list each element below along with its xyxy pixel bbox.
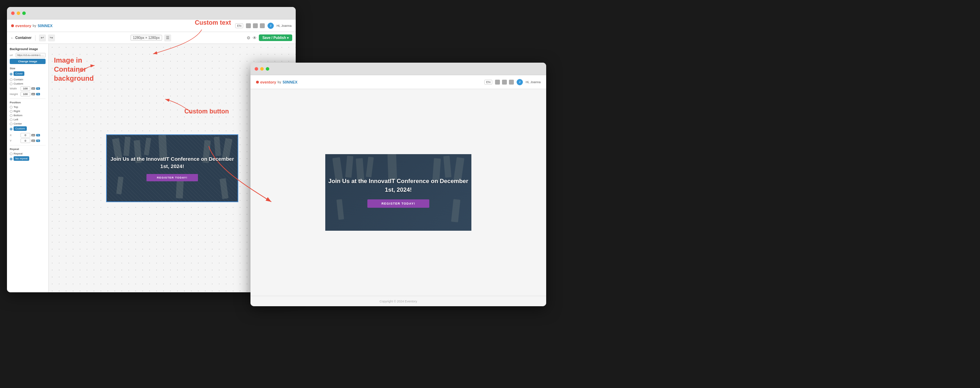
radio-custom-pos[interactable] [10,128,13,130]
width-input[interactable] [21,86,30,91]
custom-size-label: Custom [14,82,23,85]
radio-right[interactable] [10,110,13,113]
no-repeat-option[interactable]: No repeat [10,156,46,162]
user-name: Hi, Joanna [277,24,291,27]
center-label: Center [14,122,22,125]
image-in-container-annotation: Image in Container background [54,56,106,83]
close-dot[interactable] [11,11,14,15]
preview-icon[interactable]: 👁 [253,35,257,40]
conference-card[interactable]: Join Us at the InnovatIT Conference on D… [106,134,238,202]
height-percent-unit[interactable]: % [36,93,40,95]
x-percent-unit[interactable]: % [36,134,40,137]
logo-dot-icon [11,24,14,27]
radio-no-repeat[interactable] [10,157,13,161]
width-row: Width px % [10,86,46,91]
save-arrow-icon: ▾ [287,36,289,40]
height-input[interactable] [21,92,30,96]
size-section-title: Size [10,67,46,70]
bell-icon[interactable] [260,23,265,28]
preview-close-dot[interactable] [255,67,258,71]
app-logo: eventory by 50NNEX [11,24,52,28]
maximize-dot[interactable] [22,11,26,15]
preview-logo-by: by [278,80,282,84]
divider-1 [10,99,46,99]
register-button[interactable]: REGISTER TODAY! [146,174,198,181]
custom-text-annotation: Custom text [195,19,231,27]
radio-left[interactable] [10,118,13,121]
size-custom-option[interactable]: Custom [10,82,46,85]
position-center-option[interactable]: Center [10,122,46,125]
radio-center[interactable] [10,122,13,125]
x-px-unit[interactable]: px [31,134,35,137]
lang-selector[interactable]: EN [235,23,243,28]
minimize-dot[interactable] [17,11,20,15]
save-label: Save / Publish [262,36,286,40]
y-px-unit[interactable]: px [31,140,35,142]
y-percent-unit[interactable]: % [36,140,40,142]
repeat-section-title: Repeat [10,148,46,151]
back-button[interactable]: ← Container [10,36,32,40]
chat-icon[interactable] [246,23,251,28]
position-top-option[interactable]: Top [10,105,46,108]
toolbar-separator [35,35,35,41]
preview-logo-dot-icon [256,81,259,84]
change-image-button[interactable]: Change image [10,59,46,64]
conference-content: Join Us at the InnovatIT Conference on D… [107,155,238,170]
width-label: Width [10,87,19,90]
size-cover-option[interactable]: Cover [10,72,46,77]
height-row: Height px % [10,92,46,96]
preview-register-button[interactable]: REGISTER TODAY! [368,199,429,208]
radio-top[interactable] [10,106,13,108]
radio-contain[interactable] [10,78,13,81]
position-left-option[interactable]: Left [10,118,46,121]
back-arrow-icon: ← [10,36,14,40]
settings-icon[interactable]: ⚙ [247,35,250,40]
preview-minimize-dot[interactable] [260,67,264,71]
custom-button-annotation: Custom button [185,108,229,115]
background-image-title: Background image [10,47,46,51]
position-right-option[interactable]: Right [10,110,46,113]
canvas-size-selector[interactable]: 1280px × 1280px [130,35,162,41]
radio-custom-size[interactable] [10,83,13,85]
undo-button[interactable]: ↩ [39,35,46,41]
grid-icon[interactable] [253,23,258,28]
logo-by: by [33,24,37,27]
url-label: url [10,54,14,57]
x-input[interactable] [21,133,30,137]
preview-grid-icon [502,80,507,84]
radio-cover[interactable] [10,73,13,76]
logo-name: eventory [15,24,31,28]
repeat-option[interactable]: Repeat [10,152,46,155]
radio-repeat[interactable] [10,153,13,155]
radio-bottom[interactable] [10,114,13,117]
width-percent-unit[interactable]: % [36,87,40,90]
preview-logo: eventory by 50NNEX [256,80,298,84]
preview-body: Join Us at the InnovatIT Conference on D… [250,89,546,296]
y-input[interactable] [21,138,30,143]
preview-avatar: J [517,79,523,85]
preview-lang[interactable]: EN [484,80,492,84]
height-label: Height [10,92,19,96]
position-custom-option[interactable]: Custom [10,126,46,132]
contain-label: Contain [14,78,23,81]
width-px-unit[interactable]: px [31,87,35,90]
preview-bell-icon [509,80,514,84]
x-label: X [10,134,19,137]
preview-conference-title: Join Us at the InnovatIT Conference on D… [325,177,471,194]
save-publish-button[interactable]: Save / Publish ▾ [259,35,292,41]
height-px-unit[interactable]: px [31,93,35,95]
header-right: EN J Hi, Joanna [235,22,291,29]
preview-maximize-dot[interactable] [266,67,269,71]
size-contain-option[interactable]: Contain [10,78,46,81]
toolbar: ← Container ↩ ↪ 1280px × 1280px ☰ ⚙ 👁 Sa… [7,32,296,44]
position-bottom-option[interactable]: Bottom [10,114,46,117]
redo-button[interactable]: ↪ [48,35,55,41]
avatar[interactable]: J [267,22,274,29]
header-icons [246,23,265,28]
list-icon[interactable]: ☰ [164,35,171,41]
url-input[interactable] [16,53,46,57]
preview-footer: Copyright © 2024 Eventory [250,296,546,306]
preview-logo-brand: 50NNEX [283,80,298,84]
logo-brand: 50NNEX [38,24,52,28]
right-label: Right [14,110,20,113]
